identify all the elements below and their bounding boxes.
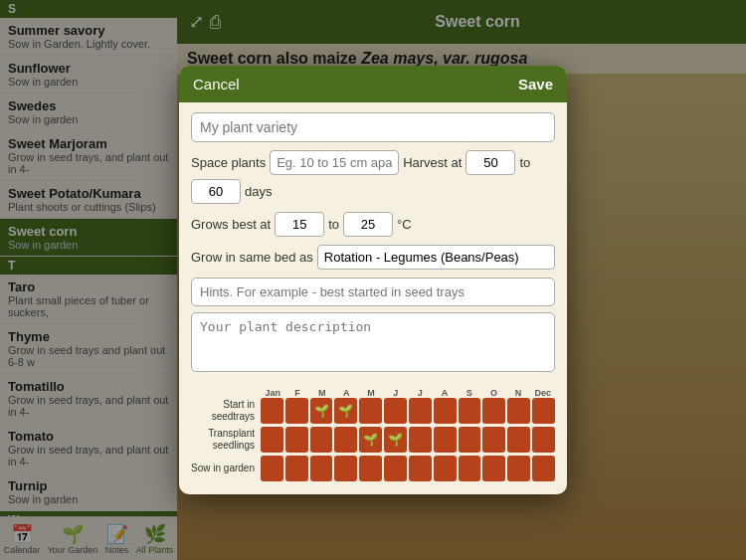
cal-cell[interactable]: 🌱: [384, 427, 407, 453]
cal-row-transplant-label: Transplant seedlings: [191, 428, 261, 452]
cal-month-sep: S: [457, 388, 481, 398]
cal-cell[interactable]: [359, 456, 382, 481]
cal-cell[interactable]: [409, 398, 432, 424]
cal-cell[interactable]: [285, 427, 308, 453]
bed-label: Grow in same bed as: [191, 250, 313, 265]
cal-cells-seedtrays: 🌱 🌱: [261, 398, 555, 424]
modal-body: Space plants Harvest at to days Grows be…: [179, 102, 567, 494]
cal-row-seedtrays-label: Start in seedtrays: [191, 399, 261, 423]
cal-cell[interactable]: [507, 427, 530, 453]
cal-header-row: Jan F M A M J J A S O N Dec: [191, 388, 555, 398]
cal-cell[interactable]: [459, 427, 481, 453]
variety-input[interactable]: [191, 112, 555, 142]
grows-label: Grows best at: [191, 217, 271, 232]
cal-cell[interactable]: [334, 427, 357, 453]
cal-months: Jan F M A M J J A S O N Dec: [261, 388, 555, 398]
sprout-icon: 🌱: [388, 433, 403, 447]
harvest-from-input[interactable]: [466, 150, 515, 175]
cal-cell[interactable]: 🌱: [359, 427, 382, 453]
cal-cell[interactable]: 🌱: [310, 398, 333, 424]
cal-row-sow-label: Sow in garden: [191, 463, 261, 474]
cal-month-may: M: [359, 388, 384, 398]
bed-input[interactable]: [317, 245, 555, 270]
cal-cell[interactable]: [409, 427, 432, 453]
cal-cell[interactable]: [384, 398, 407, 424]
sprout-icon: 🌱: [363, 433, 378, 447]
days-label: days: [245, 184, 272, 199]
space-label: Space plants: [191, 155, 266, 170]
cal-row-sow-garden: Sow in garden: [191, 456, 555, 481]
cal-cell[interactable]: [434, 427, 457, 453]
cal-row-transplant: Transplant seedlings 🌱 🌱: [191, 427, 555, 453]
grows-best-row: Grows best at to °C: [191, 212, 555, 237]
description-textarea[interactable]: [191, 312, 555, 372]
hints-input[interactable]: [191, 278, 555, 306]
cal-cell[interactable]: [285, 456, 308, 481]
cal-cell[interactable]: [434, 456, 457, 481]
cal-cell[interactable]: [334, 456, 357, 481]
cal-month-mar: M: [309, 388, 334, 398]
sprout-icon: 🌱: [338, 404, 353, 418]
harvest-to-label: to: [519, 155, 530, 170]
cal-cells-sow: [261, 456, 555, 481]
cal-cell[interactable]: [532, 398, 555, 424]
grows-from-input[interactable]: [275, 212, 324, 237]
modal-calendar: Jan F M A M J J A S O N Dec: [191, 388, 555, 481]
cal-month-dec: Dec: [530, 388, 555, 398]
cal-cell[interactable]: [261, 398, 283, 424]
cal-cell[interactable]: [384, 456, 407, 481]
cal-month-nov: N: [506, 388, 531, 398]
cal-cell[interactable]: [285, 398, 308, 424]
cal-cell[interactable]: [532, 456, 555, 481]
harvest-label: Harvest at: [403, 155, 462, 170]
cal-cell[interactable]: [359, 398, 382, 424]
cal-cell[interactable]: [459, 398, 481, 424]
cal-cell[interactable]: [482, 398, 505, 424]
cal-cell[interactable]: [261, 456, 283, 481]
cal-cell[interactable]: [434, 398, 457, 424]
cancel-button[interactable]: Cancel: [193, 76, 240, 93]
space-harvest-row: Space plants Harvest at to days: [191, 150, 555, 204]
cal-cell[interactable]: [261, 427, 283, 453]
cal-cell[interactable]: [482, 456, 505, 481]
space-input[interactable]: [270, 150, 399, 175]
cal-cell[interactable]: 🌱: [334, 398, 357, 424]
bed-row: Grow in same bed as: [191, 245, 555, 270]
cal-month-feb: F: [285, 388, 310, 398]
cal-row-seedtrays: Start in seedtrays 🌱 🌱: [191, 398, 555, 424]
cal-month-oct: O: [481, 388, 506, 398]
grows-to-input[interactable]: [343, 212, 393, 237]
cal-cell[interactable]: [409, 456, 432, 481]
cal-month-aug: A: [433, 388, 458, 398]
cal-cell[interactable]: [507, 398, 530, 424]
celsius-label: °C: [397, 217, 412, 232]
cal-cell[interactable]: [310, 456, 333, 481]
modal-header: Cancel Save: [179, 66, 567, 102]
cal-cell[interactable]: [459, 456, 481, 481]
save-button[interactable]: Save: [518, 76, 553, 93]
cal-cell[interactable]: [532, 427, 555, 453]
cal-cell[interactable]: [310, 427, 333, 453]
harvest-to-input[interactable]: [191, 179, 241, 204]
cal-month-jun: J: [383, 388, 408, 398]
cal-month-apr: A: [334, 388, 359, 398]
sprout-icon: 🌱: [314, 404, 329, 418]
cal-month-jan: Jan: [261, 388, 285, 398]
modal-overlay: Cancel Save Space plants Harvest at to d…: [0, 0, 746, 560]
modal: Cancel Save Space plants Harvest at to d…: [179, 66, 567, 494]
cal-cell[interactable]: [482, 427, 505, 453]
grows-to-label: to: [328, 217, 339, 232]
cal-cells-transplant: 🌱 🌱: [261, 427, 555, 453]
cal-cell[interactable]: [507, 456, 530, 481]
cal-month-jul: J: [408, 388, 433, 398]
